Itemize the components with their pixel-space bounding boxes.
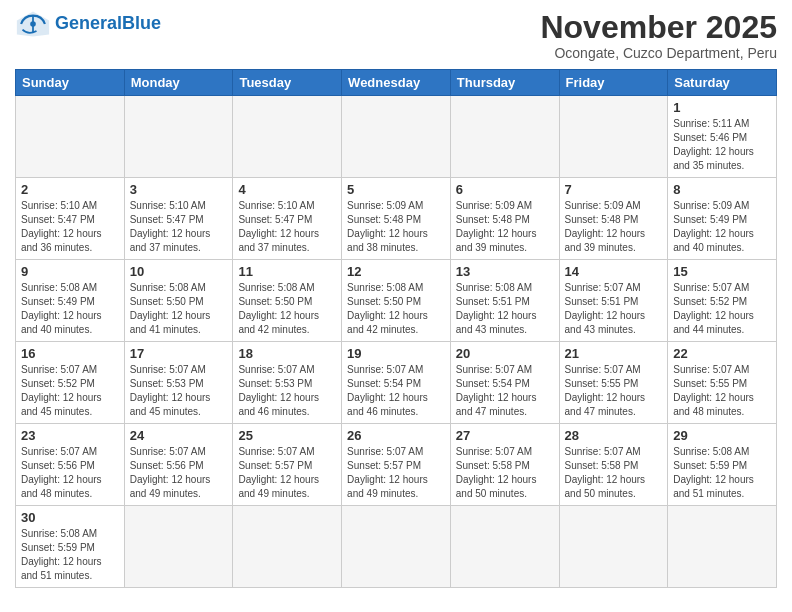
- calendar-day-header: Saturday: [668, 70, 777, 96]
- day-number: 4: [238, 182, 336, 197]
- day-number: 22: [673, 346, 771, 361]
- day-number: 27: [456, 428, 554, 443]
- day-info: Sunrise: 5:08 AM Sunset: 5:51 PM Dayligh…: [456, 281, 554, 337]
- day-number: 30: [21, 510, 119, 525]
- calendar-day-cell: [450, 506, 559, 588]
- calendar-day-cell: 2Sunrise: 5:10 AM Sunset: 5:47 PM Daylig…: [16, 178, 125, 260]
- day-info: Sunrise: 5:07 AM Sunset: 5:58 PM Dayligh…: [565, 445, 663, 501]
- day-number: 13: [456, 264, 554, 279]
- calendar-day-cell: 7Sunrise: 5:09 AM Sunset: 5:48 PM Daylig…: [559, 178, 668, 260]
- calendar-day-cell: 1Sunrise: 5:11 AM Sunset: 5:46 PM Daylig…: [668, 96, 777, 178]
- calendar-week-row: 30Sunrise: 5:08 AM Sunset: 5:59 PM Dayli…: [16, 506, 777, 588]
- calendar-day-header: Friday: [559, 70, 668, 96]
- calendar-week-row: 16Sunrise: 5:07 AM Sunset: 5:52 PM Dayli…: [16, 342, 777, 424]
- calendar-day-cell: 18Sunrise: 5:07 AM Sunset: 5:53 PM Dayli…: [233, 342, 342, 424]
- calendar-day-cell: 10Sunrise: 5:08 AM Sunset: 5:50 PM Dayli…: [124, 260, 233, 342]
- day-info: Sunrise: 5:08 AM Sunset: 5:50 PM Dayligh…: [347, 281, 445, 337]
- calendar-day-cell: [668, 506, 777, 588]
- day-number: 25: [238, 428, 336, 443]
- day-info: Sunrise: 5:09 AM Sunset: 5:48 PM Dayligh…: [347, 199, 445, 255]
- day-number: 28: [565, 428, 663, 443]
- calendar-day-cell: [124, 506, 233, 588]
- calendar-day-cell: 5Sunrise: 5:09 AM Sunset: 5:48 PM Daylig…: [342, 178, 451, 260]
- calendar-day-cell: 13Sunrise: 5:08 AM Sunset: 5:51 PM Dayli…: [450, 260, 559, 342]
- calendar-day-cell: [16, 96, 125, 178]
- calendar-day-cell: [124, 96, 233, 178]
- calendar-day-cell: 8Sunrise: 5:09 AM Sunset: 5:49 PM Daylig…: [668, 178, 777, 260]
- day-info: Sunrise: 5:08 AM Sunset: 5:59 PM Dayligh…: [21, 527, 119, 583]
- day-info: Sunrise: 5:07 AM Sunset: 5:57 PM Dayligh…: [347, 445, 445, 501]
- day-info: Sunrise: 5:07 AM Sunset: 5:54 PM Dayligh…: [347, 363, 445, 419]
- calendar-day-cell: 9Sunrise: 5:08 AM Sunset: 5:49 PM Daylig…: [16, 260, 125, 342]
- day-info: Sunrise: 5:07 AM Sunset: 5:51 PM Dayligh…: [565, 281, 663, 337]
- calendar-day-header: Wednesday: [342, 70, 451, 96]
- day-info: Sunrise: 5:10 AM Sunset: 5:47 PM Dayligh…: [21, 199, 119, 255]
- calendar-day-cell: [450, 96, 559, 178]
- day-info: Sunrise: 5:07 AM Sunset: 5:53 PM Dayligh…: [238, 363, 336, 419]
- logo-general: General: [55, 13, 122, 33]
- day-info: Sunrise: 5:11 AM Sunset: 5:46 PM Dayligh…: [673, 117, 771, 173]
- day-number: 19: [347, 346, 445, 361]
- day-info: Sunrise: 5:07 AM Sunset: 5:58 PM Dayligh…: [456, 445, 554, 501]
- day-info: Sunrise: 5:10 AM Sunset: 5:47 PM Dayligh…: [130, 199, 228, 255]
- calendar-day-cell: 29Sunrise: 5:08 AM Sunset: 5:59 PM Dayli…: [668, 424, 777, 506]
- day-info: Sunrise: 5:09 AM Sunset: 5:49 PM Dayligh…: [673, 199, 771, 255]
- calendar-day-header: Monday: [124, 70, 233, 96]
- calendar-week-row: 1Sunrise: 5:11 AM Sunset: 5:46 PM Daylig…: [16, 96, 777, 178]
- day-number: 17: [130, 346, 228, 361]
- logo-blue-text: Blue: [122, 13, 161, 33]
- svg-point-2: [30, 21, 36, 27]
- page-header: GeneralBlue November 2025 Ocongate, Cuzc…: [15, 10, 777, 61]
- location-subtitle: Ocongate, Cuzco Department, Peru: [540, 45, 777, 61]
- logo-icon: [15, 10, 51, 38]
- logo-text: GeneralBlue: [55, 14, 161, 34]
- day-info: Sunrise: 5:07 AM Sunset: 5:52 PM Dayligh…: [21, 363, 119, 419]
- day-info: Sunrise: 5:07 AM Sunset: 5:56 PM Dayligh…: [21, 445, 119, 501]
- day-number: 5: [347, 182, 445, 197]
- calendar-day-header: Thursday: [450, 70, 559, 96]
- month-title: November 2025: [540, 10, 777, 45]
- calendar-day-cell: [559, 506, 668, 588]
- day-info: Sunrise: 5:07 AM Sunset: 5:56 PM Dayligh…: [130, 445, 228, 501]
- calendar-day-cell: 15Sunrise: 5:07 AM Sunset: 5:52 PM Dayli…: [668, 260, 777, 342]
- day-number: 7: [565, 182, 663, 197]
- day-info: Sunrise: 5:07 AM Sunset: 5:55 PM Dayligh…: [673, 363, 771, 419]
- day-number: 18: [238, 346, 336, 361]
- day-number: 29: [673, 428, 771, 443]
- title-block: November 2025 Ocongate, Cuzco Department…: [540, 10, 777, 61]
- day-number: 10: [130, 264, 228, 279]
- calendar-day-cell: 27Sunrise: 5:07 AM Sunset: 5:58 PM Dayli…: [450, 424, 559, 506]
- calendar-day-cell: 28Sunrise: 5:07 AM Sunset: 5:58 PM Dayli…: [559, 424, 668, 506]
- day-info: Sunrise: 5:07 AM Sunset: 5:54 PM Dayligh…: [456, 363, 554, 419]
- day-info: Sunrise: 5:09 AM Sunset: 5:48 PM Dayligh…: [565, 199, 663, 255]
- calendar-day-cell: [342, 506, 451, 588]
- day-info: Sunrise: 5:08 AM Sunset: 5:50 PM Dayligh…: [130, 281, 228, 337]
- calendar-day-cell: 14Sunrise: 5:07 AM Sunset: 5:51 PM Dayli…: [559, 260, 668, 342]
- calendar-day-cell: [233, 96, 342, 178]
- calendar-day-cell: [559, 96, 668, 178]
- day-info: Sunrise: 5:07 AM Sunset: 5:57 PM Dayligh…: [238, 445, 336, 501]
- calendar-day-cell: 23Sunrise: 5:07 AM Sunset: 5:56 PM Dayli…: [16, 424, 125, 506]
- day-info: Sunrise: 5:07 AM Sunset: 5:55 PM Dayligh…: [565, 363, 663, 419]
- day-info: Sunrise: 5:07 AM Sunset: 5:52 PM Dayligh…: [673, 281, 771, 337]
- day-number: 12: [347, 264, 445, 279]
- day-info: Sunrise: 5:09 AM Sunset: 5:48 PM Dayligh…: [456, 199, 554, 255]
- day-number: 15: [673, 264, 771, 279]
- day-number: 24: [130, 428, 228, 443]
- calendar-day-cell: 12Sunrise: 5:08 AM Sunset: 5:50 PM Dayli…: [342, 260, 451, 342]
- day-number: 8: [673, 182, 771, 197]
- calendar-table: SundayMondayTuesdayWednesdayThursdayFrid…: [15, 69, 777, 588]
- day-number: 20: [456, 346, 554, 361]
- calendar-day-cell: 16Sunrise: 5:07 AM Sunset: 5:52 PM Dayli…: [16, 342, 125, 424]
- calendar-day-cell: 20Sunrise: 5:07 AM Sunset: 5:54 PM Dayli…: [450, 342, 559, 424]
- calendar-day-cell: 24Sunrise: 5:07 AM Sunset: 5:56 PM Dayli…: [124, 424, 233, 506]
- day-info: Sunrise: 5:08 AM Sunset: 5:59 PM Dayligh…: [673, 445, 771, 501]
- day-number: 23: [21, 428, 119, 443]
- calendar-day-cell: 17Sunrise: 5:07 AM Sunset: 5:53 PM Dayli…: [124, 342, 233, 424]
- calendar-day-cell: 30Sunrise: 5:08 AM Sunset: 5:59 PM Dayli…: [16, 506, 125, 588]
- day-info: Sunrise: 5:07 AM Sunset: 5:53 PM Dayligh…: [130, 363, 228, 419]
- calendar-day-header: Tuesday: [233, 70, 342, 96]
- calendar-day-cell: 11Sunrise: 5:08 AM Sunset: 5:50 PM Dayli…: [233, 260, 342, 342]
- calendar-week-row: 23Sunrise: 5:07 AM Sunset: 5:56 PM Dayli…: [16, 424, 777, 506]
- calendar-day-cell: 21Sunrise: 5:07 AM Sunset: 5:55 PM Dayli…: [559, 342, 668, 424]
